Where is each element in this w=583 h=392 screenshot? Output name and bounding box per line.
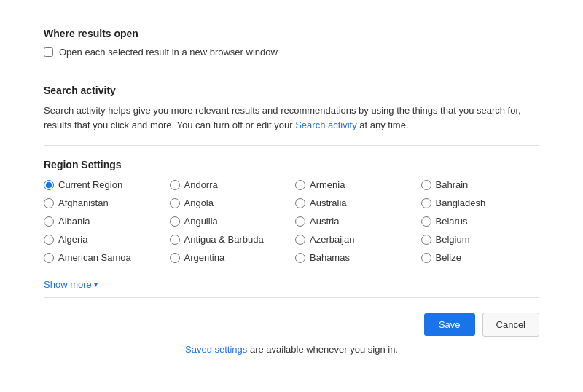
region-radio-angola[interactable] <box>170 198 180 208</box>
region-radio-australia[interactable] <box>295 198 305 208</box>
region-label-antigua-barbuda: Antigua & Barbuda <box>184 234 264 245</box>
search-activity-title: Search activity <box>44 85 539 96</box>
show-more-arrow-icon: ▾ <box>94 281 98 289</box>
region-radio-azerbaijan[interactable] <box>295 235 305 245</box>
region-settings-title: Region Settings <box>44 159 539 170</box>
cancel-button[interactable]: Cancel <box>482 313 539 337</box>
show-more-link[interactable]: Show more ▾ <box>44 279 98 290</box>
region-item[interactable]: Albania <box>44 214 163 228</box>
saved-settings-row: Saved settings are available whenever yo… <box>44 344 539 362</box>
show-more-label: Show more <box>44 279 92 290</box>
region-radio-anguilla[interactable] <box>170 216 180 227</box>
region-radio-belize[interactable] <box>421 253 431 263</box>
region-radio-argentina[interactable] <box>170 253 180 263</box>
region-radio-andorra[interactable] <box>170 180 180 190</box>
region-label-argentina: Argentina <box>184 252 225 263</box>
search-activity-link[interactable]: Search activity <box>295 119 357 130</box>
region-item[interactable]: Bahamas <box>295 251 414 264</box>
region-label-bangladesh: Bangladesh <box>436 197 486 208</box>
show-more-container: Show more ▾ <box>44 272 539 290</box>
region-label-angola: Angola <box>184 197 214 208</box>
region-item[interactable]: Austria <box>295 214 414 228</box>
region-item[interactable]: Bahrain <box>421 178 540 192</box>
where-results-section: Where results open Open each selected re… <box>44 15 539 71</box>
region-item[interactable]: Afghanistan <box>44 196 163 210</box>
region-label-bahamas: Bahamas <box>310 252 350 263</box>
region-label-current-region: Current Region <box>58 179 122 190</box>
save-button[interactable]: Save <box>424 313 475 336</box>
saved-settings-text: are available whenever you sign in. <box>247 344 398 355</box>
region-radio-belarus[interactable] <box>421 216 431 227</box>
saved-settings-link[interactable]: Saved settings <box>185 344 247 355</box>
region-grid: Current RegionAndorraArmeniaBahrainAfgha… <box>44 178 539 264</box>
region-label-belarus: Belarus <box>436 216 468 227</box>
region-label-belize: Belize <box>436 252 461 263</box>
region-item[interactable]: Angola <box>170 196 289 210</box>
where-results-title: Where results open <box>44 28 539 39</box>
region-item[interactable]: Anguilla <box>170 214 289 228</box>
region-item[interactable]: Belize <box>421 251 540 264</box>
region-label-albania: Albania <box>58 216 90 227</box>
region-label-austria: Austria <box>310 216 339 227</box>
region-item[interactable]: Azerbaijan <box>295 232 414 246</box>
region-item[interactable]: Belgium <box>421 232 540 246</box>
region-radio-algeria[interactable] <box>44 235 54 245</box>
region-radio-antigua-barbuda[interactable] <box>170 235 180 245</box>
footer-actions: Save Cancel <box>44 298 539 344</box>
search-activity-section: Search activity Search activity helps gi… <box>44 71 539 146</box>
region-radio-american-samoa[interactable] <box>44 253 54 263</box>
region-radio-belgium[interactable] <box>421 235 431 245</box>
region-item[interactable]: Bangladesh <box>421 196 540 210</box>
region-item[interactable]: Argentina <box>170 251 289 264</box>
search-activity-text-after: at any time. <box>357 119 409 130</box>
region-radio-current-region[interactable] <box>44 180 54 190</box>
search-activity-description: Search activity helps give you more rele… <box>44 103 539 132</box>
region-label-afghanistan: Afghanistan <box>58 197 109 208</box>
region-label-belgium: Belgium <box>436 234 470 245</box>
region-radio-armenia[interactable] <box>295 180 305 190</box>
region-radio-austria[interactable] <box>295 216 305 227</box>
region-radio-bahrain[interactable] <box>421 180 431 190</box>
region-radio-albania[interactable] <box>44 216 54 227</box>
region-item[interactable]: Australia <box>295 196 414 210</box>
region-label-bahrain: Bahrain <box>436 179 469 190</box>
new-window-label: Open each selected result in a new brows… <box>59 47 278 58</box>
region-item[interactable]: Belarus <box>421 214 540 228</box>
region-label-australia: Australia <box>310 197 347 208</box>
region-label-armenia: Armenia <box>310 179 345 190</box>
region-label-andorra: Andorra <box>184 179 218 190</box>
region-item[interactable]: American Samoa <box>44 251 163 264</box>
region-radio-afghanistan[interactable] <box>44 198 54 208</box>
region-label-anguilla: Anguilla <box>184 216 218 227</box>
region-item[interactable]: Antigua & Barbuda <box>170 232 289 246</box>
region-radio-bahamas[interactable] <box>295 253 305 263</box>
region-item[interactable]: Algeria <box>44 232 163 246</box>
region-settings-section: Region Settings Current RegionAndorraArm… <box>44 146 539 297</box>
new-window-checkbox[interactable] <box>44 47 53 57</box>
region-radio-bangladesh[interactable] <box>421 198 431 208</box>
new-window-checkbox-row[interactable]: Open each selected result in a new brows… <box>44 47 539 58</box>
region-label-algeria: Algeria <box>58 234 87 245</box>
region-label-azerbaijan: Azerbaijan <box>310 234 354 245</box>
region-item[interactable]: Current Region <box>44 178 163 192</box>
region-item[interactable]: Armenia <box>295 178 414 192</box>
region-label-american-samoa: American Samoa <box>58 252 131 263</box>
search-activity-text-before: Search activity helps give you more rele… <box>44 105 521 130</box>
region-item[interactable]: Andorra <box>170 178 289 192</box>
